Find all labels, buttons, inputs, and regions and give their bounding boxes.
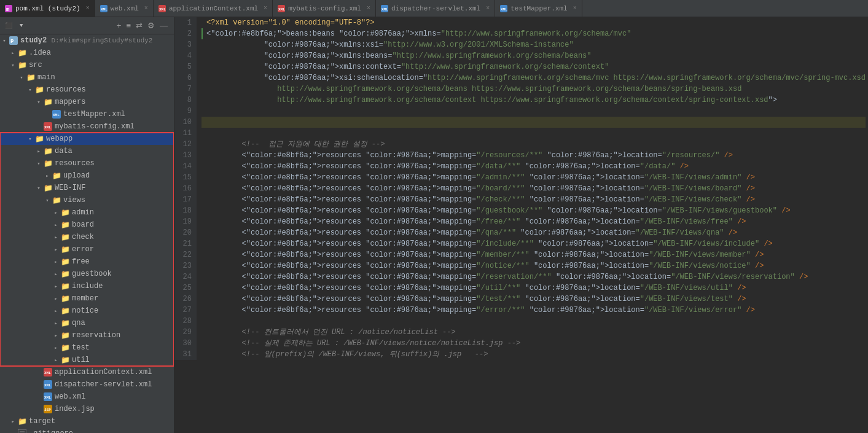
tree-item-qna[interactable]: ▸📁qna: [0, 317, 174, 329]
tab-pom[interactable]: mpom.xml (study2)×: [0, 0, 95, 17]
tree-item-index.jsp[interactable]: JSPindex.jsp: [0, 403, 174, 415]
tree-item-label: index.jsp: [55, 405, 95, 413]
tab-close-button[interactable]: ×: [264, 5, 267, 12]
code-line-19: <"color:#e8bf6a;">resources "color:#9876…: [201, 216, 866, 227]
editor[interactable]: 1234567891011121314151617181920212223242…: [174, 17, 868, 433]
line-number: 28: [179, 316, 192, 327]
line-number: 12: [179, 139, 192, 150]
svg-text:XML: XML: [159, 7, 166, 12]
line-number: 13: [179, 150, 192, 161]
tree-item-check[interactable]: ▸📁check: [0, 231, 174, 243]
tab-close-button[interactable]: ×: [573, 5, 577, 12]
tree-item-util[interactable]: ▸📁util: [0, 354, 174, 366]
tree-item-guestbook[interactable]: ▸📁guestbook: [0, 268, 174, 280]
tree-item-WEB-INF[interactable]: ▾📁WEB-INF: [0, 182, 174, 194]
tree-arrow: ▾: [9, 62, 17, 69]
tab-appCtx[interactable]: XMLapplicationContext.xml×: [154, 0, 273, 17]
code-line-10: [201, 117, 866, 128]
tree-item-board[interactable]: ▸📁board: [0, 219, 174, 231]
svg-text:XML: XML: [101, 7, 108, 12]
tab-mybatis[interactable]: XMLmybatis-config.xml×: [273, 0, 376, 17]
tree-arrow: ▾: [34, 99, 43, 106]
tree-item-icon: JSP: [43, 404, 53, 414]
tree-arrow: ▾: [26, 87, 34, 93]
code-line-1: <?xml version="1.0" encoding="UTF-8"?>: [201, 17, 866, 28]
add-button[interactable]: +: [115, 21, 123, 30]
xml-blue-icon: XML: [500, 5, 507, 12]
tab-dispatcher[interactable]: XMLdispatcher-servlet.xml×: [376, 0, 495, 17]
tree-item-free[interactable]: ▸📁free: [0, 256, 174, 268]
tree-item-icon: 📁: [60, 294, 70, 303]
tree-item-resources[interactable]: ▾📁resources: [0, 84, 174, 96]
code-line-15: <"color:#e8bf6a;">resources "color:#9876…: [201, 172, 866, 183]
settings-button[interactable]: ⚙: [146, 21, 156, 30]
tab-testMapper[interactable]: XMLtestMapper.xml×: [495, 0, 582, 17]
tree-item-label: guestbook: [72, 270, 112, 278]
tree-item-icon: 📁: [60, 318, 70, 328]
tree-item-.gitignore[interactable]: .gitignore: [0, 427, 174, 433]
tree-item-icon: 📁: [17, 48, 27, 58]
tree-item-icon: 📁: [52, 171, 61, 181]
tree-item-member[interactable]: ▸📁member: [0, 292, 174, 305]
tree-item-idea[interactable]: ▸📁.idea: [0, 47, 174, 59]
tree-item-main[interactable]: ▾📁main: [0, 71, 174, 84]
code-line-9: [201, 106, 866, 117]
line-numbers: 1234567891011121314151617181920212223242…: [174, 17, 197, 360]
tree-item-icon: 📁: [60, 244, 70, 254]
tree-item-views[interactable]: ▾📁views: [0, 194, 174, 206]
line-number: 21: [179, 238, 192, 249]
tree-item-dispatcher-servlet.xml[interactable]: XMLdispatcher-servlet.xml: [0, 378, 174, 391]
sidebar-content[interactable]: ▾Pstudy2 D:#kim#springStudy#study2▸📁.ide…: [0, 34, 174, 433]
tree-item-src[interactable]: ▾📁src: [0, 59, 174, 71]
code-area[interactable]: <?xml version="1.0" encoding="UTF-8"?><"…: [197, 17, 868, 360]
line-number: 11: [179, 128, 192, 139]
tree-item-include[interactable]: ▸📁include: [0, 280, 174, 292]
sidebar-header: ⬛ ▼ + ≡ ⇄ ⚙ —: [0, 17, 174, 34]
tab-web[interactable]: XMLweb.xml×: [95, 0, 154, 17]
main-layout: ⬛ ▼ + ≡ ⇄ ⚙ — ▾Pstudy2 D:#kim#springStud…: [0, 17, 868, 433]
tree-item-icon: [17, 429, 27, 433]
tree-item-error[interactable]: ▸📁error: [0, 243, 174, 256]
dropdown-icon[interactable]: ▼: [20, 23, 23, 29]
line-number: 25: [179, 283, 192, 294]
code-line-17: <"color:#e8bf6a;">resources "color:#9876…: [201, 194, 866, 205]
code-line-6: "color:#9876aa;">xsi:schemaLocation="htt…: [201, 72, 866, 84]
line-number: 3: [179, 39, 192, 50]
tree-item-icon: 📁: [60, 220, 70, 230]
tree-arrow: ▸: [52, 295, 60, 302]
line-number: 23: [179, 260, 192, 271]
structure-button[interactable]: ≡: [125, 21, 132, 30]
tree-item-mappers[interactable]: ▾📁mappers: [0, 96, 174, 108]
tree-item-test[interactable]: ▸📁test: [0, 341, 174, 354]
tree-item-target[interactable]: ▸📁target: [0, 415, 174, 427]
tree-item-label: resources: [46, 85, 86, 94]
tree-item-data[interactable]: ▸📁data: [0, 145, 174, 157]
svg-rect-26: [18, 429, 26, 433]
tree-item-label: qna: [72, 319, 85, 327]
sync-button[interactable]: ⇄: [135, 21, 144, 30]
code-line-12: <!-- 접근 자원에 대한 권한 설정 -->: [201, 139, 866, 150]
project-icon: ⬛: [5, 22, 12, 29]
tree-item-mybatis-config.xml[interactable]: XMLmybatis-config.xml: [0, 120, 174, 133]
tree-arrow: ▾: [43, 197, 52, 204]
tree-item-applicationContext.xml[interactable]: XMLapplicationContext.xml: [0, 366, 174, 378]
tab-close-button[interactable]: ×: [144, 5, 148, 12]
tree-item-admin[interactable]: ▸📁admin: [0, 206, 174, 219]
tree-item-webapp[interactable]: ▾📁webapp: [0, 133, 174, 145]
tree-item-upload[interactable]: ▸📁upload: [0, 170, 174, 182]
tab-close-button[interactable]: ×: [367, 5, 370, 12]
tree-item-testMapper.xml[interactable]: XMLtestMapper.xml: [0, 108, 174, 120]
tab-close-button[interactable]: ×: [86, 5, 90, 12]
tree-item-icon: 📁: [60, 355, 70, 365]
tree-item-web.xml[interactable]: XMLweb.xml: [0, 391, 174, 403]
line-number: 29: [179, 327, 192, 338]
tree-item-label: upload: [63, 171, 90, 180]
sidebar: ⬛ ▼ + ≡ ⇄ ⚙ — ▾Pstudy2 D:#kim#springStud…: [0, 17, 174, 433]
tree-item-notice[interactable]: ▸📁notice: [0, 305, 174, 317]
tab-close-button[interactable]: ×: [486, 5, 490, 12]
minimize-button[interactable]: —: [158, 21, 169, 30]
tree-item-resources2[interactable]: ▾📁resources: [0, 157, 174, 170]
tree-item-icon: 📁: [60, 232, 70, 242]
tree-item-study2[interactable]: ▾Pstudy2 D:#kim#springStudy#study2: [0, 34, 174, 47]
tree-item-reservation[interactable]: ▸📁reservation: [0, 329, 174, 341]
